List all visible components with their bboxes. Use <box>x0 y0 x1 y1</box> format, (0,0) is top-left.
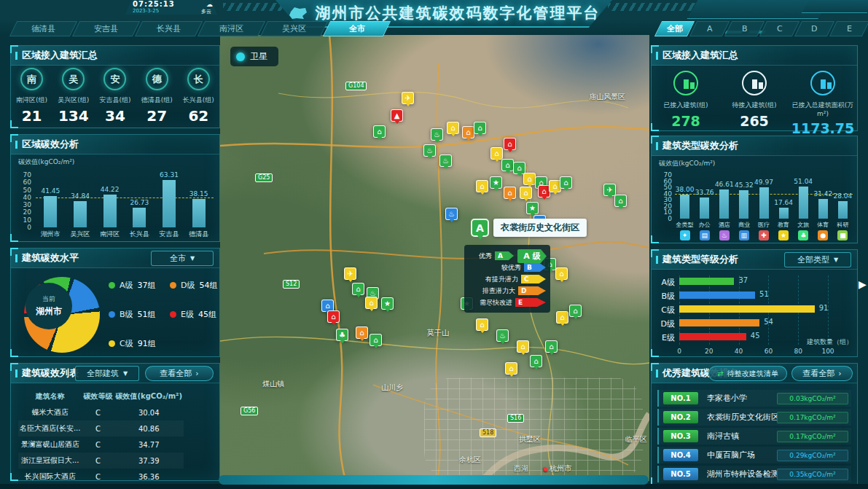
grade-tab-A[interactable]: A <box>689 21 730 36</box>
map-marker[interactable]: ⌂ <box>365 297 378 309</box>
map-marker[interactable]: ★ <box>381 297 394 310</box>
map-marker[interactable]: ⌂ <box>513 162 525 174</box>
map-marker[interactable]: ★ <box>490 176 502 189</box>
type-dropdown[interactable]: 全部类型 ▼ <box>784 252 851 267</box>
rank-badge: NO.1 <box>663 392 698 404</box>
ranking-row[interactable]: NO.5湖州市特种设备检测研究院（长兴）0.35kgCO₂/m² <box>657 466 851 482</box>
map-marker[interactable]: ⌂ <box>474 122 486 134</box>
satellite-map[interactable]: 庙山风景区煤山镇山川乡莫干山拱墅区余杭区西湖杭州市临平区G25G104S12G5… <box>220 35 649 481</box>
grade-legend-label: 优秀 <box>479 251 492 261</box>
grade-bar[interactable] <box>679 319 759 326</box>
ranking-row[interactable]: NO.3南浔古镇0.17kgCO₂/m² <box>657 428 851 445</box>
grade-legend-label: 较优秀 <box>501 263 521 273</box>
region-tab-德清县[interactable]: 德清县 <box>9 21 77 36</box>
y-tick: 70 <box>14 171 31 179</box>
table-row[interactable]: 蝶米大酒店C30.04 <box>18 404 184 420</box>
map-marker[interactable]: ♨ <box>496 329 509 342</box>
map-marker[interactable]: ⌂ <box>504 187 516 199</box>
rank-badge: NO.3 <box>663 430 698 442</box>
ranking-row[interactable]: NO.2衣裳街历史文化街区0.17kgCO₂/m² <box>657 409 851 426</box>
map-marker[interactable]: ▲ <box>391 109 403 122</box>
grade-badge[interactable]: A <box>471 219 489 237</box>
map-marker[interactable]: ⌂ <box>490 147 503 160</box>
ranking-row[interactable]: NO.1李家巷小学0.03kgCO₂/m² <box>657 390 851 407</box>
home-icon: ⌂ <box>325 302 329 310</box>
map-marker[interactable]: ⌂ <box>356 326 368 339</box>
map-marker[interactable]: ✈ <box>344 267 356 280</box>
grade-bar[interactable] <box>679 333 746 340</box>
table-row[interactable]: 名臣大酒店(长安...C40.86 <box>18 420 184 437</box>
grade-bar[interactable] <box>679 305 815 313</box>
map-marker[interactable]: ⌂ <box>560 176 572 189</box>
building-filter-dropdown[interactable]: 全部建筑 ▼ <box>75 366 139 381</box>
rectify-list-button[interactable]: ⇄ 待整改建筑清单 <box>708 366 787 381</box>
map-marker[interactable]: ⌂ <box>476 180 488 192</box>
map-marker[interactable]: ⌂ <box>517 340 529 353</box>
grade-bar[interactable] <box>679 278 734 285</box>
map-marker[interactable]: ⌂ <box>556 311 568 324</box>
home-icon: ⌂ <box>520 343 525 351</box>
grade-tab-D[interactable]: D <box>794 21 834 36</box>
view-all-button[interactable]: 查看全部 › <box>145 366 214 381</box>
grade-tab-B[interactable]: B <box>724 21 765 36</box>
region-tab-安吉县[interactable]: 安吉县 <box>72 21 140 36</box>
map-marker[interactable]: ⌂ <box>523 173 536 185</box>
chevron-down-icon: ▼ <box>834 257 838 263</box>
map-marker[interactable]: ⌂ <box>462 126 474 138</box>
bar <box>680 195 689 219</box>
home-icon: ⌂ <box>356 286 360 293</box>
region-tab-吴兴区[interactable]: 吴兴区 <box>260 21 328 36</box>
ranking-row[interactable]: NO.4中厦百脑广场0.29kgCO₂/m² <box>657 447 851 463</box>
map-marker[interactable]: ⌂ <box>370 334 382 346</box>
map-marker[interactable]: ✈ <box>603 184 616 196</box>
map-marker[interactable]: ⌂ <box>447 122 459 134</box>
map-marker[interactable]: ⌂ <box>504 138 516 150</box>
grade-bar[interactable] <box>679 292 755 299</box>
map-marker[interactable]: ⌂ <box>501 159 514 171</box>
legend-value: 37组 <box>138 280 156 291</box>
x-axis-label: 建筑数量（组） <box>807 337 853 347</box>
school-icon: ★ <box>529 205 536 212</box>
map-marker[interactable]: ♨ <box>445 208 458 220</box>
grade-tab-全部[interactable]: 全部 <box>654 21 695 36</box>
city-dropdown[interactable]: 全市 ▼ <box>151 251 214 266</box>
map-marker[interactable]: ⌂ <box>327 310 340 323</box>
map-marker[interactable]: ⌂ <box>545 340 558 353</box>
grade-tab-C[interactable]: C <box>759 21 799 36</box>
bar-value: 33.76 <box>695 189 714 196</box>
map-place-label: 临平区 <box>625 434 647 445</box>
map-marker[interactable]: ★ <box>526 202 539 214</box>
map-marker[interactable]: ⌂ <box>352 283 364 295</box>
region-tab-南浔区[interactable]: 南浔区 <box>198 21 265 36</box>
map-marker[interactable]: ♨ <box>431 128 443 141</box>
map-marker[interactable]: ⌂ <box>569 305 582 317</box>
grade-tab-E[interactable]: E <box>829 21 868 36</box>
map-marker[interactable]: ⌂ <box>555 267 568 280</box>
map-marker[interactable]: ⌂ <box>530 355 542 367</box>
region-tab-全市[interactable]: 全市 <box>323 21 391 36</box>
carbon-value: 36.36 <box>114 469 184 485</box>
view-all-button[interactable]: 查看全部 › <box>791 366 853 381</box>
table-row[interactable]: 景澜富砚山居酒店C34.77 <box>18 437 184 453</box>
map-marker[interactable]: ♣ <box>336 329 348 341</box>
map-marker[interactable]: ♨ <box>439 154 452 167</box>
type-icon: ★ <box>778 230 789 240</box>
panel-next-arrow[interactable]: ▶ <box>859 278 867 290</box>
map-marker[interactable]: ⌂ <box>505 362 517 375</box>
city-grid <box>424 377 643 481</box>
map-marker[interactable]: ♨ <box>423 144 436 157</box>
map-marker[interactable]: ⌂ <box>520 187 532 199</box>
y-tick: 40 <box>14 194 31 201</box>
flag-icon: ▲ <box>394 112 400 120</box>
bar-value: 38.15 <box>184 190 214 197</box>
legend-label: C级 <box>120 338 133 349</box>
region-tab-长兴县[interactable]: 长兴县 <box>135 21 203 36</box>
legend-value: 91组 <box>138 338 156 349</box>
map-marker[interactable]: ⌂ <box>614 195 627 207</box>
map-marker[interactable]: ✈ <box>402 92 414 104</box>
table-row[interactable]: 长兴国际大酒店C36.36 <box>18 469 184 485</box>
map-marker[interactable]: ⌂ <box>373 125 386 138</box>
table-row[interactable]: 浙江皇冠假日大...C37.39 <box>18 453 184 469</box>
map-marker[interactable]: ⌂ <box>476 318 488 331</box>
satellite-toggle[interactable]: 卫星 <box>230 47 278 66</box>
